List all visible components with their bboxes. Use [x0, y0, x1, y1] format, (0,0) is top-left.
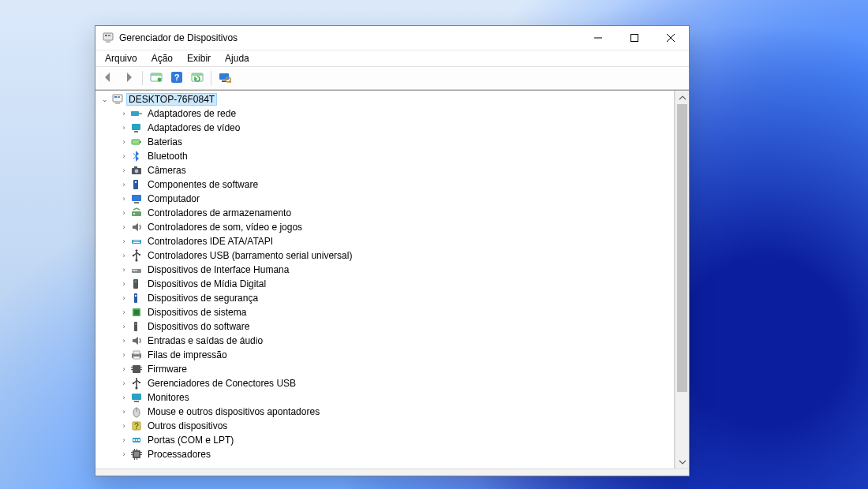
device-manager-window: Gerenciador de Dispositivos Arquivo Ação…	[95, 25, 690, 476]
expand-arrow-icon[interactable]: ›	[119, 293, 129, 303]
vertical-scrollbar[interactable]	[675, 91, 689, 468]
tree-node-label: Dispositivos de Mídia Digital	[148, 278, 266, 289]
tree-category-node[interactable]: ›Controladores USB (barramento serial un…	[95, 248, 674, 263]
minimize-button[interactable]	[580, 26, 616, 50]
show-hidden-button[interactable]	[147, 69, 166, 87]
tree-category-node[interactable]: ›Entradas e saídas de áudio	[95, 334, 674, 348]
expand-arrow-icon[interactable]: ›	[119, 407, 129, 416]
scroll-down-button[interactable]	[675, 455, 689, 468]
expand-arrow-icon[interactable]: ›	[119, 151, 129, 161]
expand-arrow-icon[interactable]: ›	[119, 237, 129, 246]
audio-io-icon	[130, 334, 143, 347]
tree-category-node[interactable]: ›Bluetooth	[95, 149, 674, 163]
svg-rect-59	[140, 369, 142, 370]
usb-controller-icon	[130, 249, 143, 262]
scroll-up-button[interactable]	[675, 91, 689, 104]
menubar: Arquivo Ação Exibir Ajuda	[95, 50, 689, 67]
expand-arrow-icon[interactable]: ›	[119, 279, 129, 289]
expand-arrow-icon[interactable]: ›	[119, 222, 129, 232]
scan-button[interactable]	[215, 69, 234, 87]
svg-rect-76	[131, 454, 133, 455]
svg-rect-50	[134, 322, 137, 331]
tree-category-node[interactable]: ›Dispositivos de segurança	[95, 291, 674, 305]
tree-root-node[interactable]: ⌄DESKTOP-76F084T	[95, 92, 674, 106]
menu-ajuda[interactable]: Ajuda	[219, 51, 256, 65]
tree-category-node[interactable]: ›Controladores de armazenamento	[95, 206, 674, 220]
expand-arrow-icon[interactable]: ›	[119, 450, 129, 459]
tree-category-node[interactable]: ›Firmware	[95, 362, 674, 376]
tree-node-label: Adaptadores de vídeo	[148, 122, 240, 133]
tree-category-node[interactable]: ›Mouse e outros dispositivos apontadores	[95, 405, 674, 419]
other-device-icon: ?	[130, 420, 143, 432]
collapse-arrow-icon[interactable]: ⌄	[100, 95, 110, 104]
tree-category-node[interactable]: ›Filas de impressão	[95, 348, 674, 362]
tree-node-label: Controladores USB (barramento serial uni…	[148, 250, 352, 261]
tree-category-node[interactable]: ›Monitores	[95, 390, 674, 405]
forward-button[interactable]	[119, 69, 138, 87]
titlebar[interactable]: Gerenciador de Dispositivos	[95, 26, 689, 50]
expand-arrow-icon[interactable]: ›	[119, 322, 129, 331]
expand-arrow-icon[interactable]: ›	[119, 435, 129, 445]
tree-category-node[interactable]: ›Controladores de som, vídeo e jogos	[95, 220, 674, 234]
tree-node-label: Componentes de software	[148, 179, 258, 190]
expand-arrow-icon[interactable]: ›	[119, 364, 129, 374]
tree-category-node[interactable]: ›Dispositivos de Interface Humana	[95, 263, 674, 277]
camera-icon	[130, 164, 143, 177]
svg-rect-21	[132, 124, 140, 130]
expand-arrow-icon[interactable]: ›	[119, 194, 129, 203]
expand-arrow-icon[interactable]: ›	[119, 137, 129, 147]
tree-category-node[interactable]: ›Adaptadores de rede	[95, 106, 674, 121]
tree-category-node[interactable]: ›Gerenciadores de Conectores USB	[95, 376, 674, 390]
help-button[interactable]: ?	[167, 69, 186, 87]
svg-rect-63	[132, 394, 141, 400]
expand-arrow-icon[interactable]: ›	[119, 350, 129, 360]
maximize-button[interactable]	[616, 26, 653, 50]
svg-rect-0	[103, 33, 113, 40]
expand-arrow-icon[interactable]: ›	[119, 393, 129, 402]
tree-category-node[interactable]: ›Câmeras	[95, 163, 674, 177]
scroll-track[interactable]	[675, 104, 689, 455]
expand-arrow-icon[interactable]: ›	[119, 166, 129, 175]
expand-arrow-icon[interactable]: ›	[119, 308, 129, 317]
tree-category-node[interactable]: ›Baterias	[95, 135, 674, 149]
svg-rect-22	[134, 131, 138, 133]
svg-rect-49	[134, 310, 139, 315]
tree-category-node[interactable]: ›Processadores	[95, 447, 674, 461]
menu-exibir[interactable]: Exibir	[181, 51, 217, 65]
tree-category-node[interactable]: ›?Outros dispositivos	[95, 419, 674, 433]
svg-text:?: ?	[174, 73, 180, 82]
expand-arrow-icon[interactable]: ›	[119, 123, 129, 133]
tree-category-node[interactable]: ›Controladores IDE ATA/ATAPI	[95, 234, 674, 248]
expand-arrow-icon[interactable]: ›	[119, 265, 129, 274]
tree-category-node[interactable]: ›Portas (COM e LPT)	[95, 433, 674, 447]
device-tree[interactable]: ⌄DESKTOP-76F084T›Adaptadores de rede›Ada…	[95, 91, 674, 468]
print-queue-icon	[130, 349, 143, 361]
tree-category-node[interactable]: ›Dispositivos de sistema	[95, 305, 674, 319]
refresh-button[interactable]	[188, 69, 207, 87]
svg-rect-17	[118, 96, 120, 98]
menu-arquivo[interactable]: Arquivo	[99, 51, 144, 65]
svg-rect-70	[133, 439, 135, 441]
scroll-thumb[interactable]	[677, 104, 687, 392]
storage-controller-icon	[130, 207, 143, 219]
back-button[interactable]	[99, 69, 118, 87]
expand-arrow-icon[interactable]: ›	[119, 180, 129, 189]
tree-category-node[interactable]: ›Componentes de software	[95, 177, 674, 192]
expand-arrow-icon[interactable]: ›	[119, 336, 129, 345]
tree-node-label: Bluetooth	[148, 151, 188, 162]
svg-rect-35	[133, 241, 140, 241]
expand-arrow-icon[interactable]: ›	[119, 208, 129, 218]
close-button[interactable]	[653, 26, 689, 50]
menu-acao[interactable]: Ação	[145, 51, 179, 65]
tree-category-node[interactable]: ›Computador	[95, 192, 674, 206]
svg-rect-46	[134, 293, 137, 303]
expand-arrow-icon[interactable]: ›	[119, 421, 129, 431]
expand-arrow-icon[interactable]: ›	[119, 109, 129, 118]
tree-node-label: DESKTOP-76F084T	[129, 94, 215, 105]
expand-arrow-icon[interactable]: ›	[119, 379, 129, 388]
tree-category-node[interactable]: ›Dispositivos de Mídia Digital	[95, 277, 674, 291]
tree-category-node[interactable]: ›Adaptadores de vídeo	[95, 121, 674, 135]
svg-point-45	[135, 281, 137, 283]
expand-arrow-icon[interactable]: ›	[119, 251, 129, 260]
tree-category-node[interactable]: ›Dispositivos do software	[95, 319, 674, 334]
